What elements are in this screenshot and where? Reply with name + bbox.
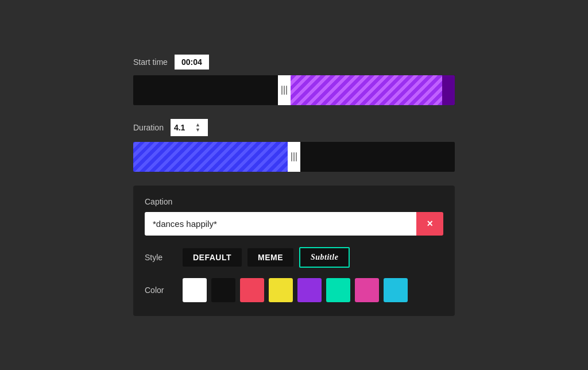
caption-input[interactable] xyxy=(145,212,416,236)
style-default-button[interactable]: DEFAULT xyxy=(183,248,242,267)
duration-input[interactable] xyxy=(174,123,194,132)
color-swatch-purple[interactable] xyxy=(297,278,322,302)
style-label: Style xyxy=(145,253,173,262)
color-label: Color xyxy=(145,286,173,295)
duration-row: Duration ▲ ▼ xyxy=(133,119,455,136)
start-time-label: Start time xyxy=(133,57,168,67)
spinner-arrows: ▲ ▼ xyxy=(195,122,200,133)
style-meme-button[interactable]: MEME xyxy=(247,248,293,267)
handle-grip-icon xyxy=(281,86,287,95)
duration-filled-segment xyxy=(133,142,291,172)
spinner-down-button[interactable]: ▼ xyxy=(195,128,200,133)
caption-clear-button[interactable]: × xyxy=(416,212,443,236)
color-swatch-yellow[interactable] xyxy=(269,278,293,302)
style-row: Style DEFAULT MEME Subtitle xyxy=(145,247,443,268)
color-swatch-black[interactable] xyxy=(211,278,235,302)
color-swatch-white[interactable] xyxy=(183,278,207,302)
style-buttons-group: DEFAULT MEME Subtitle xyxy=(183,247,350,268)
handle-grip-icon xyxy=(291,152,297,161)
color-swatch-red[interactable] xyxy=(240,278,264,302)
color-swatch-cyan[interactable] xyxy=(384,278,408,302)
color-swatch-teal[interactable] xyxy=(326,278,350,302)
caption-section: Caption × Style DEFAULT MEME Subtitle Co… xyxy=(133,186,455,316)
color-swatch-pink[interactable] xyxy=(355,278,379,302)
color-swatches-group xyxy=(183,278,408,302)
editor-panel: Start time Duration ▲ ▼ xyxy=(116,37,472,333)
caption-label: Caption xyxy=(145,197,443,206)
start-time-track[interactable] xyxy=(133,75,455,105)
duration-label: Duration xyxy=(133,123,164,132)
start-time-handle[interactable] xyxy=(278,75,291,105)
start-time-row: Start time xyxy=(133,55,455,70)
start-time-input[interactable] xyxy=(175,55,209,70)
start-time-filled-segment xyxy=(284,75,442,105)
duration-spinner[interactable]: ▲ ▼ xyxy=(171,119,208,136)
color-row: Color xyxy=(145,278,443,302)
close-icon: × xyxy=(427,218,433,230)
style-subtitle-button[interactable]: Subtitle xyxy=(299,247,350,268)
duration-track[interactable] xyxy=(133,142,455,172)
duration-handle[interactable] xyxy=(288,142,300,172)
caption-input-row: × xyxy=(145,212,443,236)
start-time-end-segment xyxy=(442,75,455,105)
